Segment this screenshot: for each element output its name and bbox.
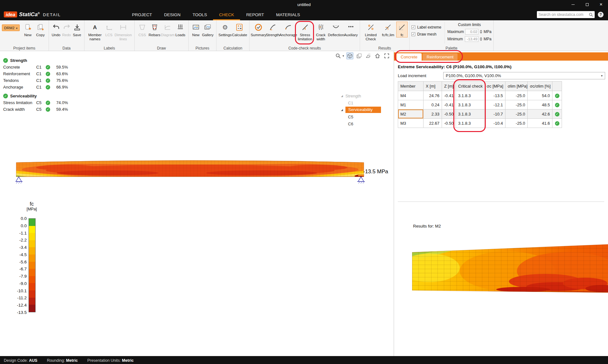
cell-m1-4: -12.1: [484, 100, 505, 109]
menu-check[interactable]: CHECK: [213, 9, 240, 20]
undo-button[interactable]: Undo: [51, 22, 61, 37]
check-result-row[interactable]: ReinforcementC163.6%: [3, 70, 83, 77]
projection-icon[interactable]: [365, 52, 372, 59]
tab-reinforcement[interactable]: Reinforcement: [423, 53, 458, 61]
stress-limitation-button[interactable]: Stress limitation: [297, 22, 314, 41]
results-tabbar: Concrete Reinforcement: [394, 52, 608, 61]
cell-m3-4: -10.4: [484, 119, 505, 128]
maximum-spinner[interactable]: [480, 30, 482, 34]
ribbon-group-results: Limited Check fc/fc,lim fc Results: [360, 20, 410, 51]
minimize-button[interactable]: [566, 0, 580, 9]
menu-design[interactable]: DESIGN: [158, 9, 187, 20]
status-value: Metric: [122, 358, 134, 363]
menu-report[interactable]: REPORT: [240, 9, 270, 20]
check-result-row[interactable]: TendonsC175.6%: [3, 77, 83, 84]
new-picture-button[interactable]: New: [190, 22, 201, 37]
layers-icon[interactable]: [356, 52, 363, 59]
table-row-m4[interactable]: M424.76-0.413.1.8.3-13.5-25.054.0: [398, 91, 562, 100]
navigator-item-c5[interactable]: C5: [341, 113, 381, 120]
strength-check-button[interactable]: Strength: [265, 22, 280, 37]
tree-expand-icon[interactable]: ◢: [341, 109, 345, 111]
label-extreme-checkbox[interactable]: Label extreme: [411, 25, 443, 30]
navigator-item-c1[interactable]: C1: [341, 99, 381, 106]
rebars-button[interactable]: Rebars: [148, 22, 161, 37]
help-icon[interactable]: ?: [598, 12, 604, 17]
menu-materials[interactable]: MATERIALS: [270, 9, 306, 20]
navigator-item-c6[interactable]: C6: [341, 120, 381, 127]
crack-width-button[interactable]: Crack width: [313, 22, 328, 41]
status-value: AUS: [29, 358, 37, 363]
close-button[interactable]: [594, 0, 608, 9]
column-header--lim-mpa-[interactable]: σlim [MPa]: [505, 82, 528, 91]
settings-button[interactable]: ⚙ Settings: [218, 22, 232, 37]
legend-tick-label: -6.7: [11, 267, 27, 271]
column-header--c-lim-[interactable]: σc/σlim [%]: [528, 82, 552, 91]
zoom-icon[interactable]: [335, 52, 342, 59]
viewport-canvas[interactable]: StrengthConcreteC159.5%ReinforcementC163…: [0, 51, 394, 356]
diagram-icon: [163, 23, 172, 32]
check-result-row[interactable]: Stress limitationC574.0%: [3, 99, 83, 106]
status-item: Presentation Units: Metric: [87, 357, 134, 363]
tab-concrete[interactable]: Concrete: [397, 53, 422, 61]
zoom-dropdown-icon[interactable]: ▾: [343, 54, 344, 57]
deflection-button[interactable]: Deflection: [328, 22, 344, 37]
main-menu: PROJECT DESIGN TOOLS CHECK REPORT MATERI…: [126, 9, 306, 20]
cell-m2-6: 42.6: [528, 109, 552, 119]
navigator-tree: ◢StrengthC1◢ServiceabilityC5C6: [341, 92, 381, 127]
menu-tools[interactable]: TOOLS: [187, 9, 213, 20]
minimum-spinner[interactable]: [480, 37, 482, 41]
redo-button: Redo: [61, 22, 72, 37]
column-header-z-m-[interactable]: Z [m]: [442, 82, 456, 91]
cell-m1-0: M1: [398, 100, 424, 109]
limited-check-icon: [366, 23, 376, 32]
check-name: Stress limitation: [3, 100, 36, 105]
calculate-button[interactable]: Calculate: [232, 22, 247, 37]
limited-check-button[interactable]: Limited Check: [362, 22, 380, 41]
window-title: untitled: [297, 2, 311, 7]
anchorage-check-button[interactable]: Anchorage: [280, 22, 297, 37]
check-result-row[interactable]: Crack widthC559.4%: [3, 106, 83, 113]
navigator-item-strength[interactable]: ◢Strength: [341, 92, 381, 99]
navigator-item-serviceability[interactable]: ◢Serviceability: [341, 106, 381, 113]
column-header--c-mpa-[interactable]: σc [MPa]: [484, 82, 505, 91]
undo-label: Undo: [52, 33, 61, 37]
member-detail-heatmap[interactable]: [412, 244, 608, 294]
status-cell: [552, 100, 562, 109]
axonometry-cube-icon[interactable]: [346, 52, 353, 59]
column-header-status[interactable]: [552, 82, 562, 91]
member-names-button[interactable]: A Member names: [86, 22, 104, 41]
maximize-button[interactable]: [580, 0, 594, 9]
column-header-x-m-[interactable]: X [m]: [424, 82, 442, 91]
ribbon-group-labels: A Member names LCS Dimension lines Label…: [84, 20, 135, 51]
menu-project[interactable]: PROJECT: [126, 9, 158, 20]
summary-button[interactable]: Summary: [251, 22, 265, 37]
table-row-m3[interactable]: M322.67-0.503.1.8.3-10.4-25.041.6: [398, 119, 562, 128]
table-row-m1[interactable]: M10.24-0.413.1.8.3-12.1-25.048.5: [398, 100, 562, 109]
draw-mesh-checkbox[interactable]: Draw mesh: [411, 32, 443, 36]
check-name: Reinforcement: [3, 71, 36, 76]
check-result-row[interactable]: AnchorageC166.9%: [3, 84, 83, 90]
table-row-m2[interactable]: M22.33-0.503.1.8.3-10.7-25.042.6: [398, 109, 562, 119]
ok-icon: [46, 72, 50, 76]
new-project-item-button[interactable]: New: [22, 22, 34, 37]
gallery-button[interactable]: Gallery: [201, 22, 214, 37]
load-increment-dropdown[interactable]: P100.0%, G100.0%, V100.0% ▾: [443, 72, 605, 79]
auxiliary-button[interactable]: Auxiliary: [344, 22, 358, 37]
search-input[interactable]: [538, 12, 589, 17]
tree-expand-icon[interactable]: ◢: [341, 95, 345, 97]
fc-button[interactable]: fc: [397, 22, 407, 37]
home-icon[interactable]: [374, 52, 381, 59]
css-label: CSS: [138, 33, 146, 37]
search-icon[interactable]: [589, 12, 593, 17]
save-button[interactable]: Save: [72, 22, 82, 37]
check-result-row[interactable]: ConcreteC159.5%: [3, 64, 83, 70]
loads-button[interactable]: Loads: [174, 22, 186, 37]
fc-fclim-button[interactable]: fc/fc,lim: [380, 22, 397, 37]
results-panel: Concrete Reinforcement Extreme Serviceab…: [394, 51, 608, 356]
project-item-selector[interactable]: DRM2: [2, 24, 20, 31]
column-header-critical-check[interactable]: Critical check: [456, 82, 484, 91]
column-header-member[interactable]: Member: [398, 82, 424, 91]
beam-heatmap[interactable]: [16, 159, 365, 187]
fit-view-icon[interactable]: [383, 52, 390, 59]
copy-project-item-button[interactable]: Copy: [34, 22, 47, 37]
